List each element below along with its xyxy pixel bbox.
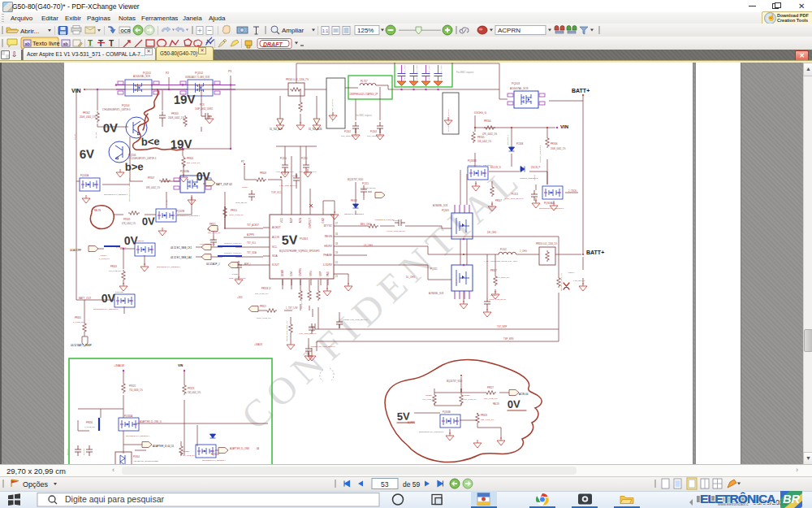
svg-text:19: 19 (335, 251, 339, 254)
svg-text:PR303: PR303 (171, 112, 179, 115)
svg-text:CMPOUT: CMPOUT (309, 218, 312, 228)
svg-text:PQ202: PQ202 (195, 72, 203, 75)
svg-text:+3VD: +3VD (237, 296, 243, 299)
svg-text:T_UN: T_UN (166, 199, 168, 205)
svg-text:PC1206: PC1206 (83, 448, 84, 455)
svg-text:ab: ab (25, 41, 31, 46)
svg-text:PQ201: PQ201 (143, 72, 151, 75)
svg-text:4700P_0402_50VTK: 4700P_0402_50VTK (489, 298, 507, 301)
svg-text:10K_0402_1%: 10K_0402_1% (477, 140, 492, 143)
svg-text:LODRV: LODRV (323, 263, 333, 267)
svg-text:PR301 0.01_1206_7%: PR301 0.01_1206_7% (286, 78, 309, 81)
svg-text:P2_G4: P2_G4 (95, 132, 97, 138)
svg-text:BEG_CHG: BEG_CHG (361, 223, 371, 226)
svg-text:PC8: PC8 (200, 103, 205, 106)
svg-text:44.52 BATT_TEMP: 44.52 BATT_TEMP (71, 344, 92, 347)
svg-text:PQ308B: PQ308B (468, 159, 477, 163)
svg-text:2_CHG: 2_CHG (520, 250, 527, 253)
svg-text:Ampliar: Ampliar (282, 27, 304, 34)
svg-text:AO4407AL_SO8: AO4407AL_SO8 (510, 87, 529, 90)
svg-text:BATT_OUT: BATT_OUT (79, 297, 92, 300)
svg-text:PR308: PR308 (260, 172, 266, 175)
svg-text:PC322: PC322 (309, 325, 315, 328)
svg-text:PQ306A: PQ306A (544, 202, 553, 205)
svg-text:PC312: PC312 (292, 175, 298, 177)
svg-text:TST_SDA: TST_SDA (247, 251, 257, 254)
svg-text:HIDRV: HIDRV (324, 245, 333, 248)
svg-text:51_702_ACN: 51_702_ACN (309, 128, 322, 131)
svg-text:20K_0402_1%: 20K_0402_1% (187, 162, 201, 164)
svg-text:100P_0402_50V8J: 100P_0402_50V8J (195, 107, 214, 111)
svg-text:PR307: PR307 (148, 176, 155, 180)
svg-text:PR333: PR333 (481, 414, 487, 417)
svg-text:PQ996B: PQ996B (115, 291, 123, 293)
svg-text:PR31B @: PR31B @ (261, 287, 271, 290)
svg-text:+3VALW: +3VALW (114, 364, 125, 367)
svg-text:1M_0402_5%: 1M_0402_5% (188, 391, 201, 394)
svg-text:0_0402_5%: 0_0402_5% (73, 321, 84, 323)
svg-text:LTH04KEUBF59TL_UMT3F-3: LTH04KEUBF59TL_UMT3F-3 (102, 108, 131, 111)
svg-text:200K_0402_5%: 200K_0402_5% (80, 115, 96, 119)
svg-text:0V: 0V (508, 397, 521, 410)
svg-text:For EMC request: For EMC request (456, 71, 474, 74)
svg-text:P3: P3 (228, 70, 231, 73)
svg-text:PQ206: PQ206 (128, 154, 136, 157)
svg-text:PR347: PR347 (495, 199, 502, 202)
svg-text:18: 18 (335, 242, 339, 245)
svg-text:PR319 4.8_0603_5%: PR319 4.8_0603_5% (300, 289, 303, 309)
svg-text:SDA: SDA (272, 254, 278, 258)
svg-text:6V: 6V (80, 146, 95, 161)
svg-text:0.1U_0402_25V8: 0.1U_0402_25V8 (200, 243, 215, 245)
svg-text:16: 16 (335, 232, 339, 236)
svg-text:2N7002KDXKH_SOT363-6: 2N7002KDXKH_SOT363-6 (539, 207, 564, 210)
svg-text:PC344: PC344 (568, 271, 575, 274)
svg-text:PR321: PR321 (260, 305, 266, 308)
svg-text:GND: GND (322, 217, 325, 224)
svg-text:KOUT: KOUT (272, 263, 279, 267)
svg-text:ACN: ACN (299, 218, 302, 223)
svg-text:10K_0402_1%: 10K_0402_1% (464, 398, 477, 401)
svg-text:2N7002KDXKH_SOT363-6: 2N7002KDXKH_SOT363-6 (157, 266, 181, 268)
svg-text:PR304: PR304 (484, 119, 491, 123)
svg-text:+3VALW: +3VALW (254, 343, 262, 346)
svg-text:PACIN: PACIN (493, 402, 499, 406)
svg-text:5V: 5V (282, 232, 298, 247)
svg-text:ab: ab (63, 41, 69, 46)
svg-text:PR306: PR306 (187, 157, 193, 160)
svg-text:PR305: PR305 (477, 136, 485, 139)
svg-text:Texto livre: Texto livre (32, 40, 60, 47)
svg-text:BSCON_N: BSCON_N (490, 166, 501, 169)
svg-text:DRAFT: DRAFT (263, 41, 283, 47)
svg-text:0V: 0V (197, 169, 211, 183)
svg-text:0.1U_0603_25VT-M: 0.1U_0603_25VT-M (299, 332, 316, 335)
svg-text:AON69BL_SO8: AON69BL_SO8 (433, 204, 448, 207)
svg-text:BR: BR (783, 493, 800, 506)
svg-text:33K_0402_1%: 33K_0402_1% (208, 232, 222, 234)
svg-text:CMPIN: CMPIN (299, 268, 302, 276)
svg-text:TOP_VCC: TOP_VCC (271, 191, 282, 194)
svg-text:REGN: REGN (325, 235, 333, 238)
svg-text:ADAPTER_ID 44_51: ADAPTER_ID 44_51 (153, 445, 175, 448)
svg-text:PR328: PR328 (183, 450, 189, 453)
svg-text:PC321: PC321 (490, 294, 497, 297)
svg-text:www.eletronicabr.c: www.eletronicabr.c (718, 502, 749, 506)
svg-text:10K_0402_1%: 10K_0402_1% (255, 293, 269, 295)
svg-text:PQ204: PQ204 (122, 104, 130, 107)
svg-text:DL_G: DL_G (456, 280, 458, 284)
svg-text:21: 21 (335, 275, 339, 278)
svg-text:PRO15 0_0402_5%: PRO15 0_0402_5% (224, 252, 242, 254)
svg-text:PQ305A: PQ305A (124, 415, 132, 418)
svg-text:VIN: VIN (71, 88, 81, 93)
svg-text:PR344 10_0402_5%: PR344 10_0402_5% (560, 272, 563, 291)
svg-text:VCC: VCC (280, 217, 283, 223)
svg-text:4_10A_PCM0063T-4R7M8_5.5A_20%: 4_10A_PCM0063T-4R7M8_5.5A_20% (484, 260, 518, 263)
svg-text:PR317: PR317 (490, 269, 497, 272)
svg-text:PC71 0.1U_0402: PC71 0.1U_0402 (416, 65, 418, 80)
svg-text:10K_0402_1%: 10K_0402_1% (484, 397, 498, 400)
svg-text:PR345: PR345 (75, 316, 81, 319)
svg-text:1_TST_5.8V: 1_TST_5.8V (286, 306, 298, 310)
svg-text:ADAPTER_ID_ONM: ADAPTER_ID_ONM (230, 447, 249, 450)
svg-text:PC324 0.1U_0603_25V7-M: PC324 0.1U_0603_25V7-M (343, 319, 367, 321)
svg-text:P1_G4: P1_G4 (74, 133, 76, 140)
svg-text:10U_0805_25V8K: 10U_0805_25V8K (367, 135, 384, 137)
